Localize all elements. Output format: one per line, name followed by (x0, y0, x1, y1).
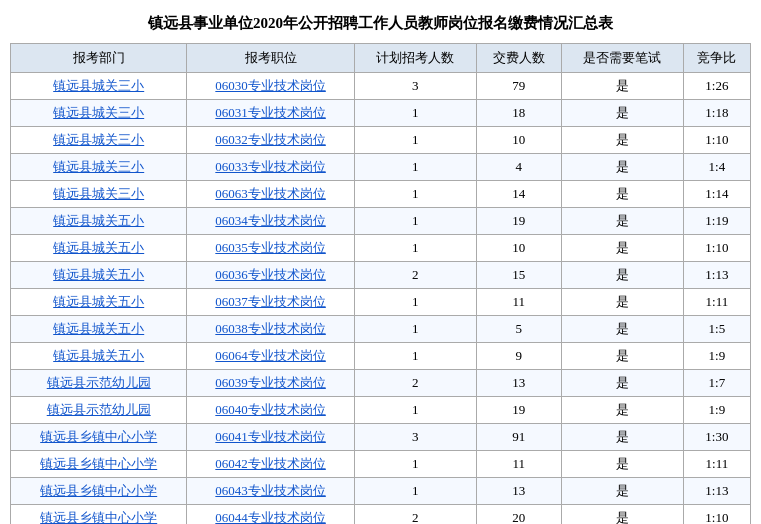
position-cell[interactable]: 06036专业技术岗位 (187, 262, 354, 289)
position-cell[interactable]: 06031专业技术岗位 (187, 100, 354, 127)
need-exam-cell: 是 (561, 451, 683, 478)
dept-cell[interactable]: 镇远县乡镇中心小学 (11, 478, 187, 505)
table-row: 镇远县城关三小06033专业技术岗位14是1:4 (11, 154, 751, 181)
fee-count-cell: 11 (476, 289, 561, 316)
dept-cell[interactable]: 镇远县城关三小 (11, 127, 187, 154)
need-exam-cell: 是 (561, 478, 683, 505)
position-cell[interactable]: 06064专业技术岗位 (187, 343, 354, 370)
fee-count-cell: 91 (476, 424, 561, 451)
need-exam-cell: 是 (561, 100, 683, 127)
fee-count-cell: 4 (476, 154, 561, 181)
table-row: 镇远县示范幼儿园06039专业技术岗位213是1:7 (11, 370, 751, 397)
position-cell[interactable]: 06041专业技术岗位 (187, 424, 354, 451)
dept-cell[interactable]: 镇远县乡镇中心小学 (11, 451, 187, 478)
dept-cell[interactable]: 镇远县城关五小 (11, 208, 187, 235)
dept-cell[interactable]: 镇远县城关五小 (11, 235, 187, 262)
ratio-cell: 1:10 (683, 505, 750, 525)
dept-cell[interactable]: 镇远县示范幼儿园 (11, 370, 187, 397)
dept-cell[interactable]: 镇远县城关三小 (11, 154, 187, 181)
fee-count-cell: 15 (476, 262, 561, 289)
table-row: 镇远县乡镇中心小学06042专业技术岗位111是1:11 (11, 451, 751, 478)
page-container: 镇远县事业单位2020年公开招聘工作人员教师岗位报名缴费情况汇总表 报考部门 报… (0, 0, 761, 524)
ratio-cell: 1:10 (683, 235, 750, 262)
position-cell[interactable]: 06044专业技术岗位 (187, 505, 354, 525)
ratio-cell: 1:13 (683, 262, 750, 289)
need-exam-cell: 是 (561, 73, 683, 100)
table-row: 镇远县示范幼儿园06040专业技术岗位119是1:9 (11, 397, 751, 424)
table-row: 镇远县城关三小06030专业技术岗位379是1:26 (11, 73, 751, 100)
position-cell[interactable]: 06038专业技术岗位 (187, 316, 354, 343)
position-cell[interactable]: 06040专业技术岗位 (187, 397, 354, 424)
dept-cell[interactable]: 镇远县城关三小 (11, 73, 187, 100)
header-fee-count: 交费人数 (476, 44, 561, 73)
table-row: 镇远县城关五小06037专业技术岗位111是1:11 (11, 289, 751, 316)
need-exam-cell: 是 (561, 343, 683, 370)
position-cell[interactable]: 06035专业技术岗位 (187, 235, 354, 262)
fee-count-cell: 11 (476, 451, 561, 478)
position-cell[interactable]: 06042专业技术岗位 (187, 451, 354, 478)
table-row: 镇远县城关三小06031专业技术岗位118是1:18 (11, 100, 751, 127)
dept-cell[interactable]: 镇远县乡镇中心小学 (11, 505, 187, 525)
fee-count-cell: 14 (476, 181, 561, 208)
fee-count-cell: 18 (476, 100, 561, 127)
table-row: 镇远县城关三小06032专业技术岗位110是1:10 (11, 127, 751, 154)
plan-count-cell: 1 (354, 181, 476, 208)
header-ratio: 竞争比 (683, 44, 750, 73)
dept-cell[interactable]: 镇远县城关五小 (11, 343, 187, 370)
fee-count-cell: 10 (476, 235, 561, 262)
table-row: 镇远县乡镇中心小学06043专业技术岗位113是1:13 (11, 478, 751, 505)
ratio-cell: 1:14 (683, 181, 750, 208)
table-row: 镇远县乡镇中心小学06044专业技术岗位220是1:10 (11, 505, 751, 525)
plan-count-cell: 1 (354, 478, 476, 505)
table-row: 镇远县城关五小06034专业技术岗位119是1:19 (11, 208, 751, 235)
fee-count-cell: 79 (476, 73, 561, 100)
position-cell[interactable]: 06034专业技术岗位 (187, 208, 354, 235)
fee-count-cell: 19 (476, 397, 561, 424)
need-exam-cell: 是 (561, 505, 683, 525)
plan-count-cell: 2 (354, 505, 476, 525)
plan-count-cell: 1 (354, 208, 476, 235)
position-cell[interactable]: 06032专业技术岗位 (187, 127, 354, 154)
need-exam-cell: 是 (561, 181, 683, 208)
plan-count-cell: 1 (354, 397, 476, 424)
ratio-cell: 1:19 (683, 208, 750, 235)
fee-count-cell: 20 (476, 505, 561, 525)
dept-cell[interactable]: 镇远县城关五小 (11, 289, 187, 316)
plan-count-cell: 2 (354, 262, 476, 289)
position-cell[interactable]: 06043专业技术岗位 (187, 478, 354, 505)
table-row: 镇远县城关五小06064专业技术岗位19是1:9 (11, 343, 751, 370)
need-exam-cell: 是 (561, 397, 683, 424)
table-row: 镇远县城关五小06035专业技术岗位110是1:10 (11, 235, 751, 262)
header-position: 报考职位 (187, 44, 354, 73)
table-header-row: 报考部门 报考职位 计划招考人数 交费人数 是否需要笔试 竞争比 (11, 44, 751, 73)
fee-count-cell: 5 (476, 316, 561, 343)
ratio-cell: 1:18 (683, 100, 750, 127)
table-row: 镇远县乡镇中心小学06041专业技术岗位391是1:30 (11, 424, 751, 451)
dept-cell[interactable]: 镇远县乡镇中心小学 (11, 424, 187, 451)
page-title: 镇远县事业单位2020年公开招聘工作人员教师岗位报名缴费情况汇总表 (10, 8, 751, 43)
main-table: 报考部门 报考职位 计划招考人数 交费人数 是否需要笔试 竞争比 镇远县城关三小… (10, 43, 751, 524)
position-cell[interactable]: 06030专业技术岗位 (187, 73, 354, 100)
dept-cell[interactable]: 镇远县示范幼儿园 (11, 397, 187, 424)
need-exam-cell: 是 (561, 208, 683, 235)
plan-count-cell: 3 (354, 73, 476, 100)
dept-cell[interactable]: 镇远县城关三小 (11, 100, 187, 127)
need-exam-cell: 是 (561, 154, 683, 181)
fee-count-cell: 13 (476, 370, 561, 397)
dept-cell[interactable]: 镇远县城关五小 (11, 316, 187, 343)
plan-count-cell: 3 (354, 424, 476, 451)
need-exam-cell: 是 (561, 127, 683, 154)
need-exam-cell: 是 (561, 235, 683, 262)
ratio-cell: 1:9 (683, 343, 750, 370)
need-exam-cell: 是 (561, 370, 683, 397)
position-cell[interactable]: 06033专业技术岗位 (187, 154, 354, 181)
table-row: 镇远县城关三小06063专业技术岗位114是1:14 (11, 181, 751, 208)
position-cell[interactable]: 06063专业技术岗位 (187, 181, 354, 208)
plan-count-cell: 1 (354, 451, 476, 478)
ratio-cell: 1:9 (683, 397, 750, 424)
header-plan-count: 计划招考人数 (354, 44, 476, 73)
position-cell[interactable]: 06037专业技术岗位 (187, 289, 354, 316)
dept-cell[interactable]: 镇远县城关五小 (11, 262, 187, 289)
dept-cell[interactable]: 镇远县城关三小 (11, 181, 187, 208)
position-cell[interactable]: 06039专业技术岗位 (187, 370, 354, 397)
